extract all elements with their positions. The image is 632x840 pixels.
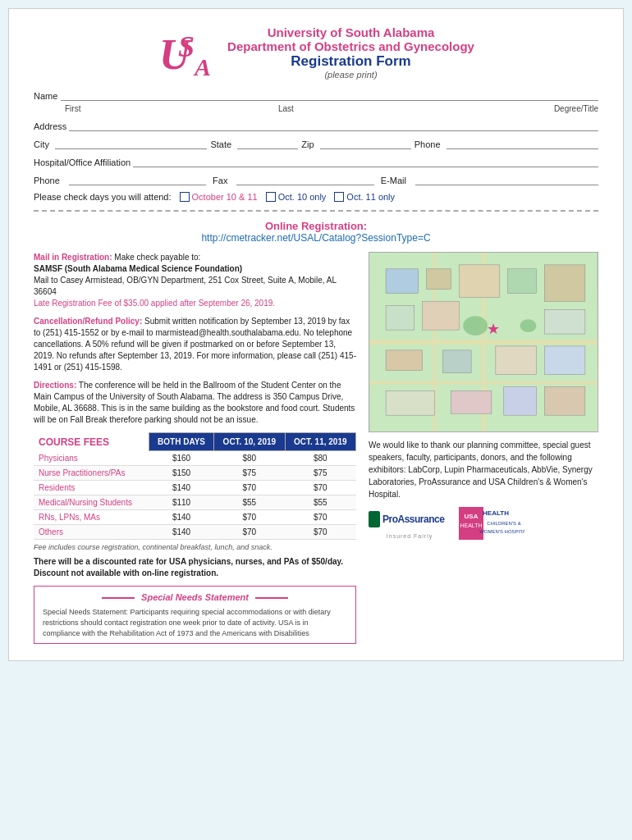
online-reg-section: Online Registration: http://cmetracker.n… (34, 220, 598, 244)
campus-map: ★ (369, 252, 598, 432)
svg-text:A: A (193, 53, 211, 77)
directions-para: Directions: The conference will be held … (34, 380, 356, 426)
usa-health-svg: USA HEALTH HEALTH CHILDREN'S & WOMEN'S H… (459, 507, 524, 540)
fees-table-row: Physicians$160$80$80 (34, 451, 356, 466)
special-needs-text: Special Needs Statement: Participants re… (43, 607, 347, 638)
fees-col-both: BOTH DAYS (149, 433, 213, 451)
svg-rect-19 (544, 346, 585, 375)
city-label: City (34, 139, 49, 149)
checkbox-both-days[interactable]: October 10 & 11 (180, 192, 258, 202)
header-text: University of South Alabama Department o… (227, 25, 474, 80)
sn-rule-left (102, 597, 135, 599)
svg-text:HEALTH: HEALTH (460, 523, 482, 528)
fees-row-oct11: $75 (285, 466, 355, 481)
checkbox-oct11[interactable]: Oct. 11 only (334, 192, 395, 202)
checkbox-oct11-box[interactable] (334, 192, 344, 202)
proassurance-sub: Insured Fairly (387, 533, 433, 539)
phone-field2 (69, 174, 206, 185)
hospital-field (133, 156, 598, 167)
svg-rect-14 (423, 301, 460, 330)
sn-rule-right (255, 597, 288, 599)
check-days-row: Please check days you will attend: Octob… (34, 192, 598, 202)
fees-table-row: Medical/Nursing Students$110$55$55 (34, 495, 356, 510)
header-line3: Registration Form (227, 53, 474, 70)
svg-rect-21 (451, 390, 492, 413)
svg-rect-23 (544, 387, 585, 416)
hospital-label: Hospital/Office Affiliation (34, 158, 131, 167)
fees-row-oct10: $75 (214, 466, 285, 481)
header-line1: University of South Alabama (227, 25, 474, 39)
mail-in-text: Make check payable to: (114, 253, 200, 262)
map-svg: ★ (369, 253, 598, 431)
usa-logo-icon: U S A (158, 28, 215, 77)
fees-row-label: Nurse Practitioners/PAs (34, 466, 149, 481)
svg-rect-18 (544, 309, 585, 334)
svg-point-24 (463, 316, 488, 336)
cancellation-label: Cancellation/Refund Policy: (34, 317, 142, 326)
address-row: Address (34, 120, 598, 131)
fees-row-label: Others (34, 525, 149, 540)
mail-in-para: Mail in Registration: Make check payable… (34, 252, 356, 309)
svg-text:USA: USA (465, 513, 479, 520)
fees-col-oct11: OCT. 11, 2019 (285, 433, 355, 451)
fees-table-row: Residents$140$70$70 (34, 481, 356, 495)
fees-row-label: RNs, LPNs, MAs (34, 510, 149, 525)
fax-field (236, 174, 373, 185)
email-field (415, 174, 598, 185)
fees-row-both: $160 (149, 451, 213, 466)
check-days-label: Please check days you will attend: (34, 192, 172, 202)
fees-row-both: $110 (149, 495, 213, 510)
usa-health-logo: USA HEALTH HEALTH CHILDREN'S & WOMEN'S H… (459, 507, 524, 540)
fees-row-both: $150 (149, 466, 213, 481)
checkbox-oct10[interactable]: Oct. 10 only (266, 192, 327, 202)
svg-rect-12 (544, 265, 585, 302)
directions-text: The conference will be held in the Ballr… (34, 381, 355, 424)
bottom-logos: ProAssurance Insured Fairly USA HEALTH H… (369, 507, 598, 540)
fees-row-oct10: $55 (214, 495, 285, 510)
zip-field (320, 138, 411, 149)
fees-row-oct11: $70 (285, 525, 355, 540)
fees-table: COURSE FEES BOTH DAYS OCT. 10, 2019 OCT.… (34, 432, 356, 540)
checkbox-oct10-box[interactable] (266, 192, 276, 202)
fees-row-oct10: $70 (214, 525, 285, 540)
registration-form: Name First Last Degree/Title Address Cit… (34, 89, 598, 202)
online-reg-url[interactable]: http://cmetracker.net/USAL/Catalog?Sessi… (34, 232, 598, 244)
fees-table-row: RNs, LPNs, MAs$140$70$70 (34, 510, 356, 525)
checkbox-both-days-box[interactable] (180, 192, 190, 202)
fees-row-oct10: $70 (214, 481, 285, 495)
proassurance-svg: ProAssurance (369, 508, 451, 531)
svg-text:S: S (178, 30, 195, 63)
svg-rect-15 (386, 350, 423, 371)
mail-in-label: Mail in Registration: (34, 253, 112, 262)
svg-rect-11 (508, 269, 537, 294)
name-sub-labels: First Last Degree/Title (65, 104, 598, 113)
state-label: State (210, 139, 231, 149)
proassurance-logo: ProAssurance Insured Fairly (369, 508, 451, 539)
svg-text:CHILDREN'S &: CHILDREN'S & (487, 521, 521, 526)
directions-label: Directions: (34, 381, 76, 390)
fees-table-row: Nurse Practitioners/PAs$150$75$75 (34, 466, 356, 481)
svg-text:★: ★ (487, 321, 500, 337)
fees-row-oct10: $80 (214, 451, 285, 466)
phone-label1: Phone (414, 139, 441, 149)
fees-note: Fee includes course registration, contin… (34, 543, 356, 551)
zip-label: Zip (301, 139, 314, 149)
fees-row-oct11: $70 (285, 481, 355, 495)
special-needs-title: Special Needs Statement (43, 591, 347, 604)
svg-rect-9 (427, 269, 451, 290)
svg-rect-13 (386, 305, 414, 330)
fees-table-row: Others$140$70$70 (34, 525, 356, 540)
special-needs-section: Special Needs Statement Special Needs St… (34, 586, 356, 644)
svg-text:ProAssurance: ProAssurance (382, 514, 445, 525)
name-row: Name (34, 89, 598, 101)
header-line2: Department of Obstetrics and Gynecology (227, 39, 474, 53)
address-label: Address (34, 121, 66, 131)
fees-row-oct11: $80 (285, 451, 355, 466)
svg-text:HEALTH: HEALTH (483, 509, 509, 517)
sub-label-first: First (65, 104, 278, 113)
thank-you-text: We would like to thank our planning comm… (369, 441, 593, 499)
header-line4: (please print) (227, 70, 474, 80)
fees-row-label: Medical/Nursing Students (34, 495, 149, 510)
thank-you-section: We would like to thank our planning comm… (369, 439, 598, 500)
fax-label: Fax (213, 176, 227, 185)
